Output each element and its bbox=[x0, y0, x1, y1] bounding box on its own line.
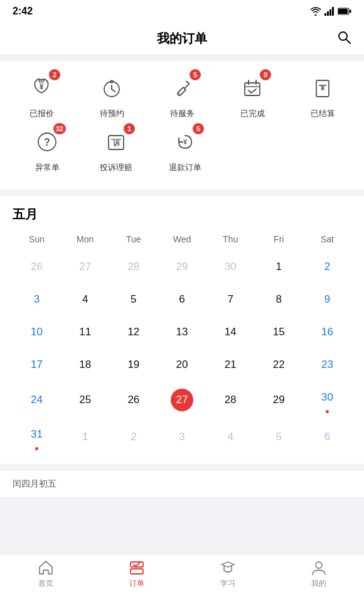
nav-item-home[interactable]: 首页 bbox=[0, 559, 91, 589]
calendar-day-cell[interactable]: 28 bbox=[206, 382, 255, 417]
day-number: 6 bbox=[316, 426, 338, 448]
calendar-day-cell[interactable]: 1 bbox=[61, 419, 109, 454]
svg-rect-2 bbox=[329, 9, 331, 16]
order-status-pending-service[interactable]: 5 待服务 bbox=[154, 72, 210, 119]
calendar-day-cell[interactable]: 17 bbox=[13, 350, 61, 380]
day-number: 2 bbox=[122, 426, 145, 448]
nav-item-learning[interactable]: 学习 bbox=[182, 559, 273, 589]
day-number: 20 bbox=[171, 353, 193, 376]
mine-nav-label: 我的 bbox=[311, 578, 326, 589]
calendar-day-cell[interactable]: 7 bbox=[206, 284, 255, 315]
calendar-weekday-header: Sun Mon Tue Wed Thu Fri Sat bbox=[13, 232, 351, 247]
complaint-label: 投诉理赔 bbox=[100, 162, 132, 173]
order-status-section: ¥ 2 已报价 待预约 bbox=[0, 62, 364, 190]
calendar-day-cell[interactable]: 6 bbox=[158, 284, 206, 315]
day-number: 5 bbox=[122, 288, 145, 311]
calendar-day-cell[interactable]: 26 bbox=[13, 252, 61, 282]
order-status-complaint[interactable]: 诉 1 投诉理赔 bbox=[82, 126, 151, 173]
status-icons bbox=[310, 7, 351, 16]
calendar-day-cell[interactable]: 5 bbox=[255, 419, 303, 454]
calendar-day-cell[interactable]: 16 bbox=[303, 317, 351, 347]
refund-badge: 5 bbox=[193, 123, 204, 134]
pending-service-label: 待服务 bbox=[170, 108, 195, 119]
day-number: 25 bbox=[74, 389, 97, 411]
pending-service-badge: 5 bbox=[190, 69, 201, 80]
calendar-day-cell[interactable]: 13 bbox=[158, 317, 206, 347]
calendar-day-cell[interactable]: 31 bbox=[13, 419, 61, 454]
svg-point-31 bbox=[316, 562, 322, 568]
calendar-day-cell[interactable]: 20 bbox=[158, 350, 206, 380]
calendar-day-cell[interactable]: 26 bbox=[109, 382, 158, 417]
learning-icon bbox=[220, 559, 236, 576]
day-number: 4 bbox=[219, 426, 242, 448]
pending-appt-label: 待预约 bbox=[100, 108, 124, 119]
calendar-day-cell[interactable]: 23 bbox=[303, 350, 351, 380]
page-title: 我的订单 bbox=[157, 30, 207, 47]
day-number: 16 bbox=[316, 321, 338, 343]
svg-text:¥: ¥ bbox=[321, 84, 325, 92]
day-number: 12 bbox=[122, 321, 145, 343]
order-status-refund[interactable]: ¥ 5 退款订单 bbox=[151, 126, 220, 173]
calendar-day-cell[interactable]: 2 bbox=[303, 252, 351, 282]
calendar-day-cell[interactable]: 18 bbox=[61, 350, 109, 380]
svg-text:诉: 诉 bbox=[113, 139, 120, 147]
calendar-day-cell[interactable]: 4 bbox=[206, 419, 255, 454]
day-number: 26 bbox=[122, 389, 145, 411]
calendar-check-icon bbox=[241, 77, 264, 99]
calendar-day-cell[interactable]: 14 bbox=[206, 317, 255, 347]
calendar-day-cell[interactable]: 10 bbox=[13, 317, 61, 347]
order-status-completed[interactable]: 9 已完成 bbox=[224, 72, 281, 119]
calendar-day-cell[interactable]: 30 bbox=[206, 252, 255, 282]
svg-rect-5 bbox=[338, 9, 348, 14]
completed-label: 已完成 bbox=[240, 108, 265, 119]
bottom-nav: 首页 订单 学习 我的 bbox=[0, 554, 364, 599]
calendar-day-cell[interactable]: 24 bbox=[13, 382, 61, 417]
svg-rect-0 bbox=[324, 13, 326, 16]
mine-icon bbox=[311, 559, 327, 576]
calendar-day-cell[interactable]: 19 bbox=[109, 350, 158, 380]
calendar-day-cell[interactable]: 28 bbox=[109, 252, 158, 282]
refund-icon-wrap: ¥ 5 bbox=[169, 126, 201, 158]
status-bar: 2:42 bbox=[0, 0, 364, 23]
calendar-day-cell[interactable]: 30 bbox=[303, 382, 351, 417]
calendar-day-cell[interactable]: 29 bbox=[158, 252, 206, 282]
day-number: 10 bbox=[26, 321, 48, 343]
calendar-day-cell[interactable]: 3 bbox=[158, 419, 206, 454]
calendar-day-cell[interactable]: 1 bbox=[255, 252, 303, 282]
order-status-quoted[interactable]: ¥ 2 已报价 bbox=[13, 72, 70, 119]
calendar-day-cell[interactable]: 11 bbox=[61, 317, 109, 347]
order-status-abnormal[interactable]: ? 32 异常单 bbox=[13, 126, 82, 173]
search-button[interactable] bbox=[336, 30, 351, 48]
nav-item-orders[interactable]: 订单 bbox=[91, 559, 182, 589]
day-number: 9 bbox=[316, 288, 338, 311]
refund-label: 退款订单 bbox=[169, 162, 201, 173]
abnormal-label: 异常单 bbox=[35, 162, 60, 173]
order-status-settled[interactable]: ¥ 已结算 bbox=[294, 72, 351, 119]
calendar-day-cell[interactable]: 27 bbox=[158, 382, 206, 417]
pending-service-icon-wrap: 5 bbox=[166, 72, 198, 104]
nav-item-mine[interactable]: 我的 bbox=[273, 559, 364, 589]
day-number: 7 bbox=[219, 288, 242, 311]
svg-text:¥: ¥ bbox=[183, 139, 187, 146]
calendar-day-cell[interactable]: 21 bbox=[206, 350, 255, 380]
day-number: 27 bbox=[171, 389, 193, 411]
calendar-day-cell[interactable]: 22 bbox=[255, 350, 303, 380]
calendar-day-cell[interactable]: 2 bbox=[109, 419, 158, 454]
calendar-day-cell[interactable]: 27 bbox=[61, 252, 109, 282]
calendar-day-cell[interactable]: 29 bbox=[255, 382, 303, 417]
calendar-day-cell[interactable]: 15 bbox=[255, 317, 303, 347]
calendar-day-cell[interactable]: 12 bbox=[109, 317, 158, 347]
abnormal-badge: 32 bbox=[53, 123, 66, 134]
svg-rect-30 bbox=[131, 569, 143, 574]
calendar-day-cell[interactable]: 3 bbox=[13, 284, 61, 315]
day-number: 28 bbox=[122, 256, 145, 278]
calendar-day-cell[interactable]: 25 bbox=[61, 382, 109, 417]
orders-nav-label: 订单 bbox=[129, 578, 144, 589]
calendar-day-cell[interactable]: 4 bbox=[61, 284, 109, 315]
order-status-pending-appt[interactable]: 待预约 bbox=[83, 72, 140, 119]
calendar-day-cell[interactable]: 5 bbox=[109, 284, 158, 315]
calendar-day-cell[interactable]: 9 bbox=[303, 284, 351, 315]
calendar-day-cell[interactable]: 8 bbox=[255, 284, 303, 315]
calendar-day-cell[interactable]: 6 bbox=[303, 419, 351, 454]
day-number: 29 bbox=[171, 256, 193, 278]
